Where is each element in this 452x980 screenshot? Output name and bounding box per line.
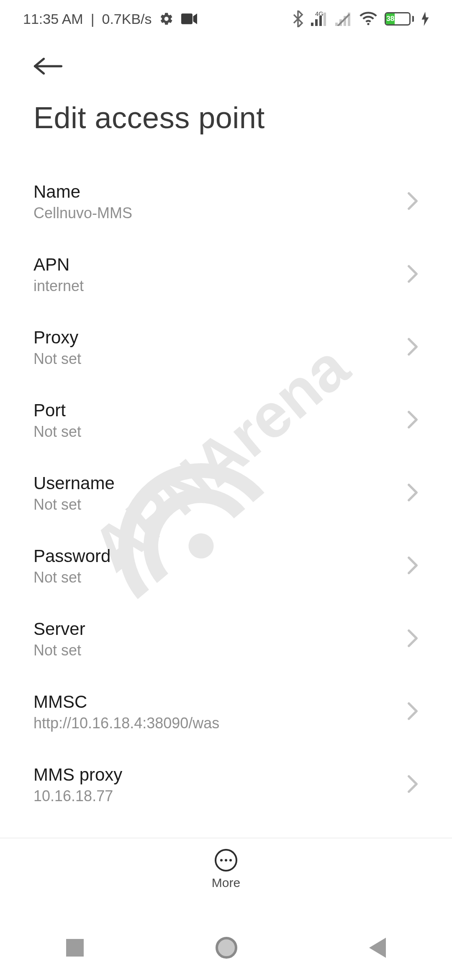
setting-label: Password	[33, 546, 110, 566]
chevron-right-icon	[407, 702, 419, 722]
setting-text: APNinternet	[33, 255, 84, 295]
setting-text: PasswordNot set	[33, 546, 110, 586]
setting-label: MMSC	[33, 692, 219, 712]
more-toolbar: More	[0, 838, 452, 900]
setting-value: Not set	[33, 569, 110, 586]
chevron-right-icon	[407, 192, 419, 212]
gear-icon	[159, 12, 174, 26]
setting-name[interactable]: NameCellnuvo-MMS	[33, 165, 419, 238]
chevron-right-icon	[407, 775, 419, 795]
setting-label: Proxy	[33, 328, 81, 348]
setting-port[interactable]: PortNot set	[33, 384, 419, 457]
setting-text: UsernameNot set	[33, 473, 115, 513]
setting-value: Not set	[33, 496, 115, 513]
page-title: Edit access point	[33, 101, 419, 135]
status-left: 11:35 AM | 0.7KB/s	[23, 11, 197, 27]
status-separator: |	[91, 11, 95, 27]
camera-icon	[181, 13, 197, 25]
svg-rect-3	[315, 19, 318, 26]
android-nav-bar	[0, 915, 452, 980]
svg-rect-4	[319, 16, 322, 26]
svg-rect-2	[311, 23, 313, 26]
nav-home-button[interactable]	[216, 937, 237, 959]
setting-value: http://10.16.18.4:38090/was	[33, 714, 219, 732]
setting-username[interactable]: UsernameNot set	[33, 457, 419, 530]
nav-recent-button[interactable]	[66, 939, 84, 957]
chevron-right-icon	[407, 338, 419, 358]
header-bar	[0, 48, 452, 86]
svg-rect-5	[324, 13, 326, 26]
chevron-right-icon	[407, 410, 419, 431]
setting-text: NameCellnuvo-MMS	[33, 182, 132, 222]
setting-label: Port	[33, 400, 81, 420]
back-button[interactable]	[33, 56, 63, 78]
setting-value: 10.16.18.77	[33, 787, 122, 805]
setting-text: MMSChttp://10.16.18.4:38090/was	[33, 692, 219, 732]
chevron-right-icon	[407, 265, 419, 285]
setting-value: internet	[33, 277, 84, 295]
setting-label: APN	[33, 255, 84, 275]
setting-mms-proxy[interactable]: MMS proxy10.16.18.77	[33, 748, 419, 821]
signal-sim2-icon	[335, 12, 352, 26]
svg-point-11	[367, 23, 369, 25]
battery-pct: 38	[386, 13, 395, 24]
status-bar: 11:35 AM | 0.7KB/s 4G 38	[0, 0, 452, 38]
charging-icon	[421, 12, 429, 26]
battery-icon: 38	[385, 12, 414, 26]
setting-text: ServerNot set	[33, 619, 85, 659]
setting-text: PortNot set	[33, 400, 81, 441]
status-speed: 0.7KB/s	[102, 11, 152, 27]
setting-proxy[interactable]: ProxyNot set	[33, 311, 419, 384]
wifi-icon	[360, 12, 377, 26]
more-label: More	[212, 876, 240, 890]
setting-label: Username	[33, 473, 115, 493]
setting-value: Not set	[33, 423, 81, 441]
signal-sim1-icon: 4G	[311, 12, 328, 26]
more-button[interactable]: More	[212, 849, 240, 890]
setting-value: Cellnuvo-MMS	[33, 204, 132, 222]
setting-label: Server	[33, 619, 85, 639]
settings-list: NameCellnuvo-MMSAPNinternetProxyNot setP…	[0, 165, 452, 838]
setting-value: Not set	[33, 350, 81, 368]
chevron-right-icon	[407, 483, 419, 503]
nav-back-button[interactable]	[369, 938, 386, 958]
svg-rect-1	[181, 13, 193, 24]
setting-label: Name	[33, 182, 132, 202]
more-icon	[215, 849, 237, 872]
setting-apn[interactable]: APNinternet	[33, 238, 419, 311]
setting-value: Not set	[33, 642, 85, 659]
setting-text: ProxyNot set	[33, 328, 81, 368]
chevron-right-icon	[407, 556, 419, 576]
page-title-row: Edit access point	[0, 101, 452, 135]
status-time: 11:35 AM	[23, 11, 83, 27]
setting-server[interactable]: ServerNot set	[33, 603, 419, 676]
setting-password[interactable]: PasswordNot set	[33, 530, 419, 603]
setting-text: MMS proxy10.16.18.77	[33, 765, 122, 805]
bluetooth-icon	[293, 10, 303, 27]
setting-label: MMS proxy	[33, 765, 122, 785]
status-right: 4G 38	[293, 10, 429, 27]
setting-mmsc[interactable]: MMSChttp://10.16.18.4:38090/was	[33, 676, 419, 748]
chevron-right-icon	[407, 629, 419, 649]
